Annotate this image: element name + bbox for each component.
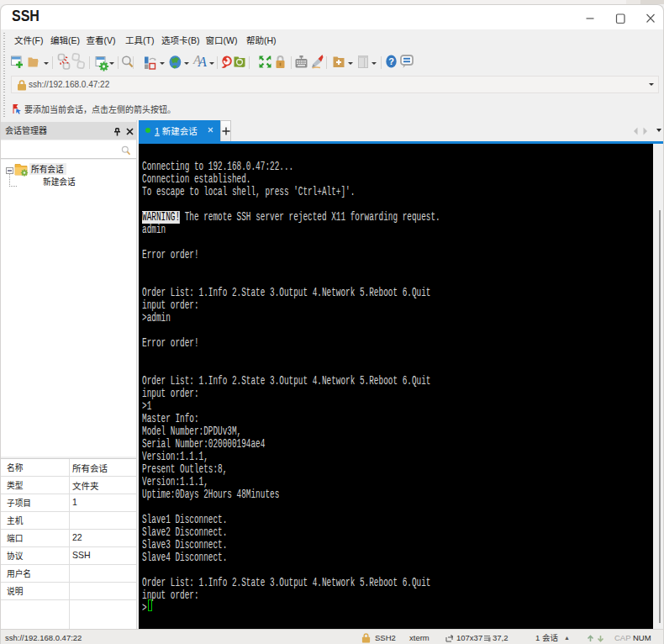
svg-text:?: ? bbox=[388, 56, 394, 66]
